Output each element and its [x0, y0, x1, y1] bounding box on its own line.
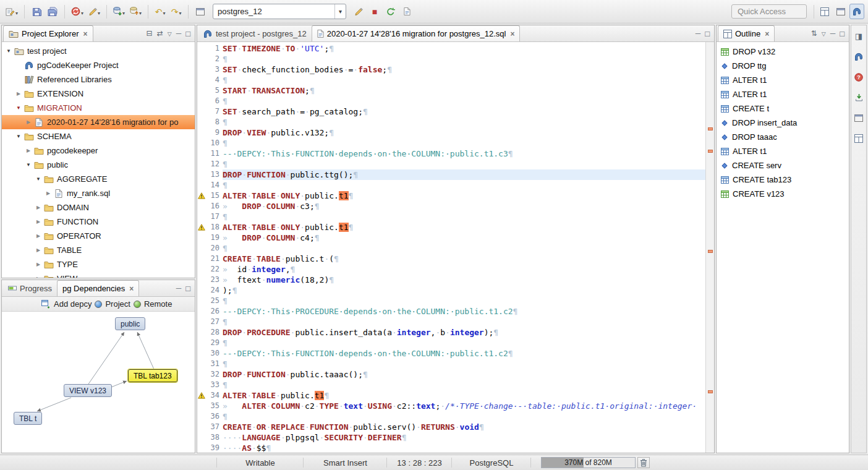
open-console-button[interactable]: [193, 4, 208, 19]
overview-ruler[interactable]: [705, 42, 714, 453]
code-text[interactable]: ¶: [223, 243, 705, 254]
line-number[interactable]: 1: [206, 43, 223, 54]
code-text[interactable]: CREATE·OR·REPLACE·FUNCTION·public.serv()…: [223, 422, 705, 432]
outline-item-create-serv[interactable]: CREATE serv: [717, 158, 849, 173]
code-text[interactable]: ¶: [223, 380, 705, 390]
close-icon[interactable]: [765, 30, 769, 38]
code-text[interactable]: SET·check_function_bodies·=·false;¶: [223, 64, 705, 75]
refresh-db-button[interactable]: [383, 4, 398, 19]
graph-node-tab123[interactable]: TBL tab123: [128, 369, 177, 382]
graph-node-v123[interactable]: VIEW v123: [64, 384, 112, 397]
occurrence-marker[interactable]: [708, 390, 713, 393]
tree-item-aggregate[interactable]: ▼AGGREGATE: [2, 172, 195, 186]
tree-expand-icon[interactable]: ▶: [34, 276, 43, 278]
add-depcy-icon[interactable]: [41, 300, 51, 309]
code-text[interactable]: » id·integer,¶: [223, 264, 705, 275]
remote-radio-icon[interactable]: [134, 301, 141, 308]
code-text[interactable]: ¶: [223, 75, 705, 85]
tab-project-diff-editor[interactable]: test project - postgres_12: [198, 25, 312, 41]
outline-item-alter-t1[interactable]: ALTER t1: [717, 144, 849, 158]
maximize-icon[interactable]: [840, 30, 845, 38]
nav-forward-dropdown-icon[interactable]: [178, 6, 181, 17]
outline-item-create-t[interactable]: CREATE t: [717, 101, 849, 116]
tree-expand-icon[interactable]: ▶: [24, 148, 33, 153]
tree-expand-icon[interactable]: ▶: [24, 119, 33, 125]
tree-expand-icon[interactable]: ▶: [44, 190, 53, 196]
tree-item-table[interactable]: ▶TABLE: [2, 243, 195, 257]
line-number[interactable]: 24: [206, 285, 223, 296]
line-number[interactable]: 39: [206, 443, 223, 453]
line-number[interactable]: 27: [206, 317, 223, 327]
tree-item-schema[interactable]: ▼SCHEMA: [2, 129, 195, 143]
code-text[interactable]: » ALTER·COLUMN·c2·TYPE·text·USING·c2::te…: [223, 401, 705, 411]
line-number[interactable]: 16: [206, 201, 223, 212]
code-text[interactable]: ¶: [223, 359, 705, 369]
remote-radio-label[interactable]: Remote: [144, 299, 172, 309]
get-from-db-dropdown-icon[interactable]: [138, 6, 142, 17]
line-number[interactable]: 8: [206, 117, 223, 127]
line-number[interactable]: 31: [206, 359, 223, 369]
close-icon[interactable]: [129, 284, 134, 293]
tree-item-pgcodekeeper[interactable]: ▶pgcodekeeper: [2, 143, 195, 158]
line-number[interactable]: 9: [206, 127, 223, 138]
warning-icon[interactable]: [197, 390, 206, 401]
tree-item-public[interactable]: ▼public: [2, 158, 195, 172]
line-number[interactable]: 36: [206, 411, 223, 422]
line-number[interactable]: 30: [206, 348, 223, 359]
code-text[interactable]: ¶: [223, 212, 705, 222]
override-view-button[interactable]: ?: [851, 69, 866, 85]
close-icon[interactable]: [510, 30, 514, 38]
code-text[interactable]: ¶: [223, 96, 705, 106]
tree-expand-icon[interactable]: ▶: [34, 219, 43, 224]
tree-expand-icon[interactable]: ▶: [34, 233, 43, 239]
get-from-db-button[interactable]: [128, 4, 143, 19]
tab-outline[interactable]: Outline: [718, 25, 775, 41]
warning-icon[interactable]: [197, 222, 206, 233]
line-number[interactable]: 21: [206, 254, 223, 264]
minimize-icon[interactable]: [176, 284, 182, 292]
tree-item-test-project[interactable]: ▼test project: [2, 44, 195, 58]
code-text[interactable]: ALTER·TABLE·ONLY·public.t1¶: [223, 222, 705, 233]
code-text[interactable]: SET·search_path·=·pg_catalog;¶: [223, 106, 705, 117]
maximize-icon[interactable]: [185, 284, 190, 293]
code-text[interactable]: ¶: [223, 117, 705, 127]
line-number[interactable]: 28: [206, 327, 223, 338]
resource-perspective-button[interactable]: [833, 4, 848, 19]
tree-item-2020-01-27-14-28-16-migration-for-po[interactable]: ▶2020-01-27 14'28'16 migration for po: [2, 115, 195, 129]
occurrence-marker[interactable]: [708, 127, 713, 130]
code-text[interactable]: ¶: [223, 138, 705, 148]
occurrence-marker[interactable]: [708, 150, 713, 153]
new-wizard-dropdown-icon[interactable]: [15, 6, 18, 17]
code-text[interactable]: DROP·VIEW·public.v132;¶: [223, 127, 705, 138]
project-radio-label[interactable]: Project: [105, 299, 130, 309]
open-perspective-button[interactable]: [817, 4, 832, 19]
database-combo[interactable]: postgres_12: [213, 4, 346, 19]
graph-node-public[interactable]: public: [115, 317, 145, 330]
tree-expand-icon[interactable]: ▶: [34, 247, 43, 253]
tab-pg-dependencies[interactable]: pg Dependencies: [57, 280, 139, 296]
code-text[interactable]: CREATE·TABLE·public.t·(¶: [223, 254, 705, 264]
collapse-all-icon[interactable]: [147, 30, 153, 37]
line-number[interactable]: 15: [206, 190, 223, 201]
sync-db-button[interactable]: [69, 4, 85, 19]
line-number[interactable]: 25: [206, 296, 223, 306]
line-number[interactable]: 23: [206, 275, 223, 285]
project-radio-icon[interactable]: [95, 301, 102, 308]
save-button[interactable]: [29, 4, 44, 19]
tree-item-migration[interactable]: ▼MIGRATION: [2, 101, 195, 115]
nav-back-dropdown-icon[interactable]: [162, 6, 165, 17]
line-number[interactable]: 38: [206, 432, 223, 443]
outline-item-alter-t1[interactable]: ALTER t1: [717, 73, 849, 87]
line-number[interactable]: 14: [206, 180, 223, 190]
stop-button[interactable]: ■: [367, 4, 382, 19]
line-number[interactable]: 33: [206, 380, 223, 390]
code-text[interactable]: ····AS·$$¶: [223, 443, 705, 453]
sql-code-area[interactable]: 1SET·TIMEZONE·TO·'UTC';¶2¶3SET·check_fun…: [197, 42, 705, 453]
line-number[interactable]: 7: [206, 106, 223, 117]
nav-back-button[interactable]: ↶: [153, 4, 168, 19]
code-text[interactable]: ¶: [223, 411, 705, 422]
line-number[interactable]: 18: [206, 222, 223, 233]
view-menu-icon[interactable]: [168, 30, 172, 37]
line-number[interactable]: 37: [206, 422, 223, 432]
sort-icon[interactable]: [811, 30, 817, 37]
